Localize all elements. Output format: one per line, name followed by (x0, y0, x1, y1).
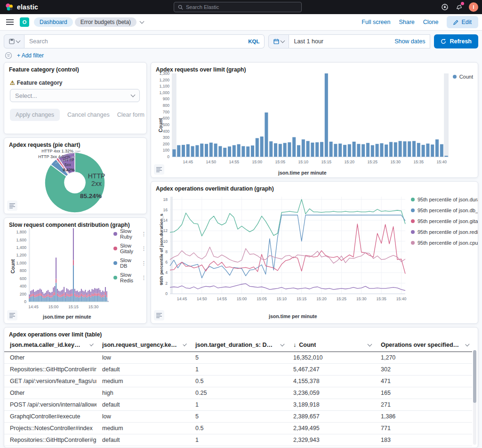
legend-actions-icon[interactable]: ⋮ (141, 260, 146, 266)
table-row[interactable]: Otherlow516,352,0101,270 (4, 352, 472, 364)
legend-actions-icon[interactable]: ⋮ (141, 231, 146, 237)
table-row[interactable]: POST /api/:version/internal/alloweddefau… (4, 399, 472, 411)
saved-query-menu-button[interactable] (4, 34, 24, 48)
cancel-changes-button[interactable]: Cancel changes (67, 112, 110, 118)
elastic-logo[interactable]: elastic (5, 2, 38, 12)
legend-item[interactable]: 95th percentile of json.dura... (411, 197, 477, 202)
show-dates-link[interactable]: Show dates (394, 38, 425, 45)
legend-actions-icon[interactable]: ⋮ (141, 246, 146, 252)
filter-menu-icon[interactable] (5, 52, 12, 59)
legend-label: Slow Ruby (120, 228, 136, 240)
query-bar: KQL Last 1 hour Show dates Refresh + Ad (0, 31, 482, 60)
full-screen-button[interactable]: Full screen (362, 19, 390, 25)
legend-item[interactable]: 95th percentile of json.redi... (411, 229, 477, 235)
time-range-value[interactable]: Last 1 hour (294, 38, 323, 45)
column-menu-chevron-icon[interactable] (368, 342, 372, 347)
feature-category-label-text: Feature category (17, 80, 63, 86)
table-column-header[interactable]: Operations over specified threshold... (375, 339, 472, 352)
panel-options-icon[interactable] (7, 200, 17, 211)
legend-dot (411, 219, 415, 223)
notifications-icon[interactable] (455, 3, 463, 11)
legend-label: 95th percentile of json.gital... (418, 218, 478, 224)
svg-text:15:35: 15:35 (414, 160, 424, 164)
legend-item[interactable]: 95th percentile of json.cpu_s (411, 240, 477, 246)
legend-item[interactable]: Slow DB⋮ (113, 257, 146, 269)
slow-x-axis-title: json.time per minute (43, 314, 91, 320)
svg-text:1,600: 1,600 (16, 238, 26, 242)
svg-text:15:30: 15:30 (391, 160, 401, 164)
deployment-icon[interactable] (441, 3, 449, 11)
table-column-header[interactable]: ↓Count (288, 339, 375, 352)
column-label: Count (299, 342, 316, 348)
edit-button[interactable]: Edit (447, 16, 478, 28)
clear-form-button[interactable]: Clear form (117, 112, 145, 118)
svg-text:14:55: 14:55 (217, 296, 227, 301)
time-range-display[interactable]: Last 1 hour Show dates (289, 34, 430, 48)
table-cell: 2,349,495 (288, 423, 375, 434)
kql-search-input[interactable] (29, 38, 248, 45)
column-menu-chevron-icon[interactable] (465, 342, 469, 346)
share-button[interactable]: Share (399, 19, 414, 25)
global-search-input[interactable]: Search Elastic (174, 2, 302, 12)
refresh-icon (441, 39, 446, 44)
breadcrumb-dashboard[interactable]: Dashboard (34, 17, 73, 27)
apdex-bar-chart-plot[interactable]: 01002003004005006007008009001,0001,1001,… (151, 70, 452, 176)
panel-title: Apdex operations over limit (table) (4, 328, 478, 338)
table-row[interactable]: GraphqlController#executelow52,389,6571,… (4, 411, 472, 423)
lines-x-axis-title: json.time per minute (269, 313, 317, 319)
saved-query-icon (9, 39, 15, 44)
legend-item[interactable]: Slow Redis⋮ (113, 272, 146, 283)
refresh-button[interactable]: Refresh (434, 34, 478, 48)
kql-label[interactable]: KQL (248, 39, 259, 44)
legend-actions-icon[interactable]: ⋮ (141, 275, 146, 281)
column-menu-chevron-icon[interactable] (281, 342, 285, 346)
table-column-header[interactable]: json.meta.caller_id.keyword: Desce... (4, 339, 96, 352)
legend-item[interactable]: Slow Ruby⋮ (113, 228, 146, 240)
table-column-header[interactable]: json.target_duration_s: Descending (190, 339, 288, 352)
column-menu-chevron-icon[interactable] (89, 342, 94, 346)
table-row[interactable]: GET /api/:version/feature_flags/unleash.… (4, 376, 472, 387)
table-scrollbar[interactable] (473, 350, 476, 445)
lines-y-axis-title: 95th percentile of json.duration_s (159, 214, 164, 285)
table-cell: 1 (190, 446, 288, 448)
legend-item[interactable]: 95th percentile of json.db_... (411, 208, 477, 213)
table-cell: 4,155,378 (288, 376, 375, 387)
table-cell: GET /api/:version/feature_flags/unleash.… (4, 376, 96, 387)
table-row[interactable]: Repositories::GitHttpController#git_upl.… (4, 434, 472, 446)
space-initial: O (23, 19, 27, 25)
column-menu-chevron-icon[interactable] (183, 342, 187, 346)
menu-icon[interactable] (4, 16, 16, 28)
legend-item[interactable]: Slow Gitaly⋮ (113, 243, 146, 254)
slow-request-chart-plot[interactable]: 02004006008001,0001,2001,4001,6001,80014… (4, 226, 113, 320)
feature-category-select[interactable]: Select... (10, 89, 140, 102)
legend-item[interactable]: 95th percentile of json.gital... (411, 218, 477, 224)
svg-text:6: 6 (165, 260, 168, 264)
panel-options-icon[interactable] (7, 310, 17, 320)
space-avatar[interactable]: O (20, 17, 29, 27)
table-cell: 1 (190, 399, 288, 411)
svg-text:HTTP 3xx 4.02%: HTTP 3xx 4.02% (38, 154, 70, 159)
column-label: json.request_urgency.keyword: Des... (102, 342, 178, 348)
date-picker-menu-button[interactable] (268, 34, 289, 48)
dashboard-page: elastic Search Elastic l O Dashboard Err… (0, 0, 482, 448)
table-scrollbar-thumb[interactable] (473, 350, 476, 403)
svg-text:15:00: 15:00 (237, 296, 247, 301)
apply-changes-button[interactable]: Apply changes (10, 109, 60, 121)
user-avatar[interactable]: l (469, 2, 478, 12)
table-row[interactable]: Projects::NotesController#indexmedium0.5… (4, 423, 472, 434)
panel-options-icon[interactable] (154, 310, 164, 320)
duration-line-chart-plot[interactable]: 02468101214161814:4514:5014:5515:0015:05… (151, 194, 409, 317)
apdex-pie-chart[interactable]: HTTP2xx85.24%HTTP5xx9.42%HTTP 4xx 1.32%H… (4, 145, 147, 214)
table-column-header[interactable]: json.request_urgency.keyword: Des... (96, 339, 190, 352)
legend-item-count[interactable]: Count (453, 74, 473, 80)
clone-button[interactable]: Clone (423, 19, 439, 25)
table-row[interactable]: Repositories::GitHttpController#info_ref… (4, 364, 472, 376)
kql-search-box[interactable]: KQL (24, 34, 265, 48)
table-row[interactable]: Otherdefault12,160,6021,106 (4, 446, 472, 448)
svg-text:800: 800 (163, 103, 170, 108)
dashboard-options-chevron-icon[interactable] (140, 19, 145, 24)
table-row[interactable]: Otherhigh0.253,236,059165 (4, 387, 472, 399)
svg-text:15:15: 15:15 (321, 160, 332, 164)
panel-options-icon[interactable] (154, 164, 164, 175)
add-filter-link[interactable]: + Add filter (17, 52, 44, 59)
